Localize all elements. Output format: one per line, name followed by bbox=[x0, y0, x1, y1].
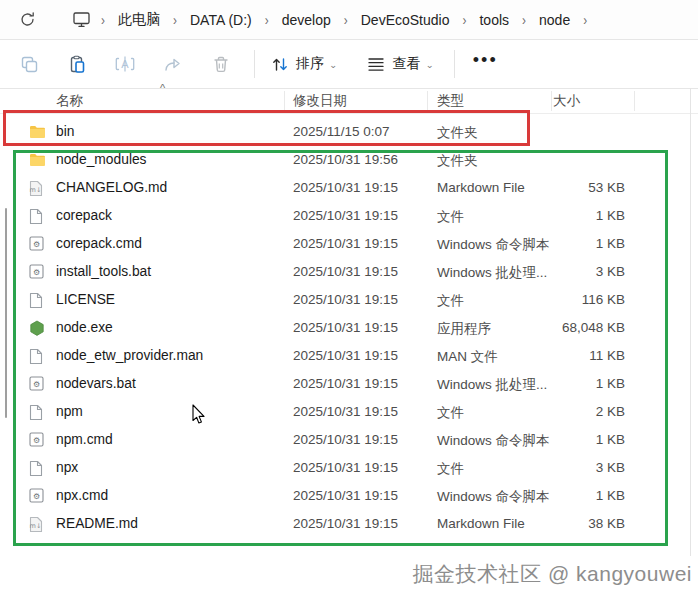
toolbar-divider bbox=[254, 50, 255, 78]
copy-icon[interactable] bbox=[12, 47, 46, 81]
window-right-edge bbox=[690, 88, 691, 556]
red-highlight-box bbox=[3, 110, 530, 146]
paste-icon[interactable] bbox=[60, 47, 94, 81]
delete-icon[interactable] bbox=[204, 47, 238, 81]
view-lines-icon bbox=[367, 56, 385, 72]
refresh-icon[interactable] bbox=[16, 3, 38, 37]
command-toolbar: A 排序 bbox=[0, 40, 698, 89]
sort-button[interactable]: 排序 ⌄ bbox=[263, 47, 345, 81]
monitor-icon[interactable] bbox=[66, 11, 97, 28]
breadcrumb-item-4[interactable]: DevEcoStudio bbox=[352, 9, 459, 31]
green-highlight-box bbox=[13, 150, 668, 546]
left-scrollbar-thumb[interactable] bbox=[5, 208, 7, 418]
sort-arrows-icon bbox=[271, 56, 289, 73]
column-divider[interactable] bbox=[634, 91, 635, 111]
column-divider[interactable] bbox=[284, 91, 285, 111]
ellipsis-icon: ••• bbox=[473, 55, 498, 73]
breadcrumb-chevron-icon: › bbox=[97, 11, 109, 27]
breadcrumb-chevron-icon: › bbox=[261, 11, 273, 27]
column-header-type[interactable]: 类型 bbox=[437, 92, 464, 110]
file-explorer-window: ›此电脑›DATA (D:)›develop›DevEcoStudio›tool… bbox=[0, 0, 698, 605]
sort-label: 排序 bbox=[296, 55, 324, 73]
address-bar: ›此电脑›DATA (D:)›develop›DevEcoStudio›tool… bbox=[0, 0, 698, 40]
share-icon[interactable] bbox=[156, 47, 190, 81]
breadcrumb-chevron-icon: › bbox=[518, 11, 530, 27]
column-header-date[interactable]: 修改日期 bbox=[293, 92, 347, 110]
breadcrumb-item-5[interactable]: tools bbox=[470, 9, 518, 31]
view-label: 查看 bbox=[392, 55, 420, 73]
chevron-down-icon: ⌄ bbox=[329, 59, 337, 69]
breadcrumb-item-2[interactable]: DATA (D:) bbox=[181, 9, 261, 31]
breadcrumb-chevron-icon: › bbox=[579, 11, 591, 27]
breadcrumb-item-3[interactable]: develop bbox=[273, 9, 340, 31]
breadcrumb: ›此电脑›DATA (D:)›develop›DevEcoStudio›tool… bbox=[66, 8, 591, 32]
breadcrumb-item-1[interactable]: 此电脑 bbox=[109, 8, 169, 32]
breadcrumb-chevron-icon: › bbox=[458, 11, 470, 27]
rename-icon[interactable]: A bbox=[108, 47, 142, 81]
column-header-size[interactable]: 大小 bbox=[553, 92, 580, 110]
column-divider[interactable] bbox=[427, 91, 428, 111]
breadcrumb-item-6[interactable]: node bbox=[530, 9, 579, 31]
column-divider[interactable] bbox=[551, 91, 552, 111]
view-button[interactable]: 查看 ⌄ bbox=[359, 47, 441, 81]
more-options-button[interactable]: ••• bbox=[463, 47, 508, 81]
breadcrumb-chevron-icon: › bbox=[169, 11, 181, 27]
watermark-text: 掘金技术社区 @ kangyouwei bbox=[413, 560, 692, 588]
chevron-down-icon: ⌄ bbox=[425, 59, 433, 69]
breadcrumb-chevron-icon: › bbox=[340, 11, 352, 27]
mouse-cursor-icon bbox=[192, 404, 206, 425]
sort-ascending-indicator: ^ bbox=[160, 82, 165, 94]
toolbar-divider bbox=[454, 50, 455, 78]
column-header-name[interactable]: 名称 bbox=[56, 92, 83, 110]
